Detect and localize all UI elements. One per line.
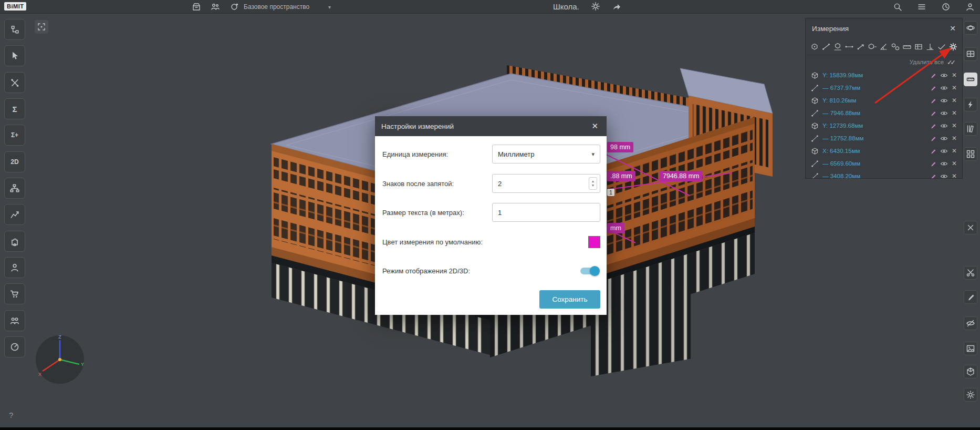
measure-area-icon[interactable] xyxy=(914,42,923,52)
recolor-measurement-icon[interactable] xyxy=(930,72,936,79)
stepper-up-icon[interactable]: ▲ xyxy=(591,179,595,183)
measure-vertex-icon[interactable] xyxy=(810,42,819,52)
close-section-button[interactable] xyxy=(964,221,977,234)
measure-between-objects-icon[interactable] xyxy=(891,42,900,52)
hide-objects-button[interactable] xyxy=(964,316,977,330)
toggle-visibility-icon[interactable] xyxy=(940,109,948,117)
analytics-button[interactable] xyxy=(4,204,25,225)
search-icon[interactable] xyxy=(893,2,902,12)
recolor-measurement-icon[interactable] xyxy=(930,173,936,179)
toggle-visibility-icon[interactable] xyxy=(940,84,948,92)
delete-measurement-icon[interactable]: ✕ xyxy=(952,147,957,155)
toggle-visibility-icon[interactable] xyxy=(940,160,948,168)
project-settings-gear-icon[interactable] xyxy=(591,2,600,11)
measure-perpendicular-icon[interactable] xyxy=(925,42,935,52)
recolor-measurement-icon[interactable] xyxy=(930,148,936,155)
measurement-row[interactable]: — 7946.88мм ✕ xyxy=(806,107,962,119)
focus-frame-button[interactable] xyxy=(35,20,48,34)
modules-button[interactable] xyxy=(964,147,977,161)
orbit-model-button[interactable] xyxy=(964,21,977,35)
decimals-stepper[interactable]: ▲ ▼ xyxy=(589,177,597,190)
measurement-row[interactable]: — 6569.60мм ✕ xyxy=(806,157,962,170)
delete-measurement-icon[interactable]: ✕ xyxy=(952,160,957,167)
measurement-row[interactable]: — 12752.88мм ✕ xyxy=(806,132,962,145)
measurement-row[interactable]: Y: 810.26мм ✕ xyxy=(806,94,962,107)
recolor-measurement-icon[interactable] xyxy=(930,122,936,129)
recolor-measurement-icon[interactable] xyxy=(930,97,936,104)
delete-all-measurements[interactable]: Удалить все ✓✓ xyxy=(806,55,962,69)
archive-icon[interactable] xyxy=(192,2,201,12)
workspace-selector[interactable]: Базовое пространство ▾ xyxy=(244,3,331,11)
plugins-button[interactable] xyxy=(4,231,25,252)
delete-measurement-icon[interactable]: ✕ xyxy=(952,97,957,104)
text-size-input[interactable] xyxy=(492,203,600,222)
delete-measurement-icon[interactable]: ✕ xyxy=(952,172,957,179)
measure-markers-icon[interactable] xyxy=(937,42,946,52)
sum-add-tool-button[interactable]: Σ+ xyxy=(4,125,25,146)
toggle-visibility-icon[interactable] xyxy=(940,122,948,130)
measure-point-to-edge-icon[interactable] xyxy=(856,42,866,52)
viewports-button[interactable] xyxy=(964,47,977,61)
library-button[interactable] xyxy=(964,122,977,136)
unit-select[interactable]: Миллиметр ▾ xyxy=(492,145,600,163)
toggle-visibility-icon[interactable] xyxy=(940,172,948,179)
measurement-row[interactable]: — 3408.20мм ✕ xyxy=(806,170,962,179)
toggle-visibility-icon[interactable] xyxy=(940,135,948,142)
measure-angle-icon[interactable] xyxy=(879,42,889,52)
measurement-settings-gear-icon[interactable] xyxy=(948,42,958,52)
help-icon[interactable]: ? xyxy=(9,411,13,419)
delete-measurement-icon[interactable]: ✕ xyxy=(952,84,957,91)
menu-icon[interactable] xyxy=(917,2,926,12)
measurement-row[interactable]: X: 6430.15мм ✕ xyxy=(806,145,962,157)
section-cut-button[interactable] xyxy=(964,266,977,280)
navigation-gizmo[interactable]: Z X Y xyxy=(34,333,86,386)
save-button[interactable]: Сохранить xyxy=(539,290,600,309)
measure-ruler-icon[interactable] xyxy=(902,42,912,52)
delete-measurement-icon[interactable]: ✕ xyxy=(952,109,957,117)
recolor-measurement-icon[interactable] xyxy=(930,135,936,142)
delete-measurement-icon[interactable]: ✕ xyxy=(952,135,957,142)
procurement-button[interactable] xyxy=(4,283,25,304)
recolor-measurement-icon[interactable] xyxy=(930,160,936,167)
clash-check-button[interactable] xyxy=(964,98,977,111)
profile-tasks-button[interactable] xyxy=(4,257,25,278)
paint-button[interactable] xyxy=(964,290,977,304)
orbit-icon[interactable] xyxy=(230,2,239,12)
sum-tool-button[interactable]: Σ xyxy=(4,98,25,119)
delete-measurement-icon[interactable]: ✕ xyxy=(952,71,957,79)
default-color-swatch[interactable] xyxy=(588,236,600,248)
toggle-visibility-icon[interactable] xyxy=(940,97,948,105)
decimals-input[interactable] xyxy=(493,175,589,192)
measurement-row[interactable]: Y: 12739.68мм ✕ xyxy=(806,119,962,132)
toggle-visibility-icon[interactable] xyxy=(940,147,948,155)
viewer-settings-button[interactable] xyxy=(964,388,977,402)
measure-tool-button[interactable] xyxy=(964,73,977,86)
measurement-row[interactable]: — 6737.97мм ✕ xyxy=(806,81,962,94)
display-mode-toggle[interactable] xyxy=(580,268,598,274)
measure-edge-icon[interactable] xyxy=(833,42,842,52)
measure-face-offset-icon[interactable] xyxy=(868,42,877,52)
monitoring-button[interactable] xyxy=(4,336,25,357)
team-icon[interactable] xyxy=(211,2,220,12)
user-icon[interactable] xyxy=(965,2,975,12)
recolor-measurement-icon[interactable] xyxy=(930,110,936,117)
select-tool-button[interactable] xyxy=(4,45,25,66)
share-icon[interactable] xyxy=(612,2,621,11)
recolor-measurement-icon[interactable] xyxy=(930,85,936,91)
snapshot-button[interactable] xyxy=(964,342,977,355)
measurement-row[interactable]: Y: 15839.98мм ✕ xyxy=(806,69,962,81)
model-tree-button[interactable] xyxy=(4,19,25,40)
measure-distance-icon[interactable] xyxy=(845,42,854,52)
stepper-down-icon[interactable]: ▼ xyxy=(591,183,595,188)
delete-measurement-icon[interactable]: ✕ xyxy=(952,122,957,129)
dialog-close-icon[interactable]: ✕ xyxy=(589,120,600,132)
model-view-button[interactable] xyxy=(964,365,977,378)
history-icon[interactable] xyxy=(941,2,951,12)
toggle-visibility-icon[interactable] xyxy=(940,71,948,79)
roles-button[interactable] xyxy=(4,310,25,331)
measure-two-points-icon[interactable] xyxy=(821,42,831,52)
intersect-tool-button[interactable] xyxy=(4,72,25,93)
panel-close-icon[interactable]: ✕ xyxy=(950,24,956,33)
structure-button[interactable] xyxy=(4,178,25,199)
2d-view-button[interactable]: 2D xyxy=(4,151,25,172)
